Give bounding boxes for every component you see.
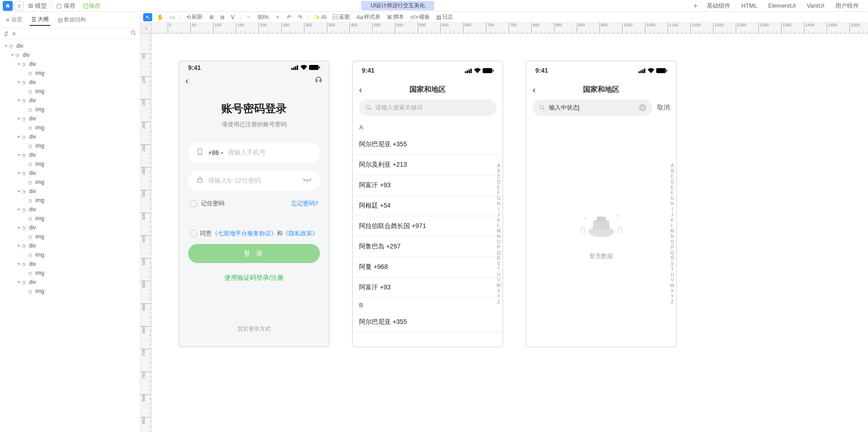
back-button[interactable]: ‹ [533,84,536,95]
alpha-U[interactable]: U [497,272,501,277]
alpha-B[interactable]: B [497,169,501,174]
tree-node-img[interactable]: ◷img [0,214,140,223]
alpha-I[interactable]: I [497,207,501,212]
target-button[interactable]: ◎ [15,1,24,10]
alpha-J[interactable]: J [497,212,501,217]
alpha-N[interactable]: N [497,234,501,239]
forgot-password-link[interactable]: 忘记密码? [291,199,318,208]
tab-elementui[interactable]: ElementUI [763,0,802,11]
undo-button[interactable]: ↶ [285,13,293,21]
alpha-S[interactable]: S [670,261,674,266]
country-item[interactable]: 阿根廷 +54 [353,196,503,216]
password-input[interactable]: 请输入6~12位密码 [188,170,320,191]
alpha-I[interactable]: I [670,207,674,212]
tree-tool-2[interactable]: ≡ [12,30,16,37]
country-item[interactable]: 阿拉伯联合酋长国 +971 [353,216,503,237]
search-input[interactable]: 请输入搜索关键词 [359,99,496,116]
alpha-Y[interactable]: Y [670,294,674,299]
alpha-Q[interactable]: Q [497,250,501,255]
tree-node-img[interactable]: ◷img [0,250,140,259]
search-tree-button[interactable] [130,30,136,37]
tree-node-div[interactable]: ▾◷div [0,78,140,87]
alpha-V[interactable]: V [670,278,674,283]
hand-tool[interactable]: ✋ [155,13,165,21]
alpha-U[interactable]: U [670,272,674,277]
script-button[interactable]: ⌘脚本 [385,12,406,22]
country-item[interactable]: 阿富汗 +93 [353,175,503,196]
search-input-active[interactable]: 输入中状态 ✕ [533,99,653,116]
alpha-O[interactable]: O [497,239,501,244]
phone-input[interactable]: +86 ▾ 请输入手机号 [188,142,320,163]
gear-tool[interactable]: ⚙ [207,13,216,21]
blueprint-button[interactable]: ⿳蓝图 [331,12,352,22]
cancel-button[interactable]: 取消 [657,104,670,112]
tree-node-img[interactable]: ◷img [0,141,140,150]
alpha-W[interactable]: W [670,283,674,288]
alpha-S[interactable]: S [497,261,501,266]
alpha-R[interactable]: R [670,256,674,261]
alpha-D[interactable]: D [670,179,674,184]
alpha-index[interactable]: ABCDEFGHIJKLMNOPQRSTUVWXYZ [497,163,501,304]
country-item[interactable]: 阿富汗 +93 [353,278,503,298]
tree-node-img[interactable]: ◷img [0,159,140,169]
alpha-C[interactable]: C [670,174,674,179]
page-title-input[interactable]: UI设计师进行交互美化 [361,1,434,10]
refresh-button[interactable]: ⟲刷新 [185,12,205,22]
tree-node-div[interactable]: ▾◷div [0,259,140,268]
alpha-W[interactable]: W [497,283,501,288]
tab-data-structure[interactable]: ▤数据结构 [56,14,88,26]
country-item[interactable]: 阿鲁巴岛 +297 [353,237,503,257]
pointer-tool[interactable]: ↖ [143,13,152,21]
tree-node-img[interactable]: ◷img [0,123,140,132]
tree-node-img[interactable]: ◷img [0,196,140,205]
tree-node-img[interactable]: ◷img [0,105,140,114]
alpha-V[interactable]: V [497,278,501,283]
template-button[interactable]: </>模板 [409,12,432,22]
alpha-C[interactable]: C [497,174,501,179]
alpha-A[interactable]: A [670,163,674,168]
clear-icon[interactable]: ✕ [639,104,646,111]
tab-user-components[interactable]: 用户组件 [830,0,864,12]
alpha-P[interactable]: P [670,245,674,250]
tree-node-div[interactable]: ▾◷div [0,132,140,141]
tree-node-img[interactable]: ◷img [0,268,140,278]
alpha-O[interactable]: O [670,239,674,244]
tree-node-img[interactable]: ◷img [0,87,140,96]
tree-node-div[interactable]: ▾◷div [0,41,140,50]
redo-button[interactable]: ↷ [296,13,304,21]
alpha-F[interactable]: F [670,190,674,195]
tree-node-div[interactable]: ▾◷div [0,96,140,105]
tree-node-img[interactable]: ◷img [0,69,140,78]
country-list[interactable]: A 阿尔巴尼亚 +355阿尔及利亚 +213阿富汗 +93阿根廷 +54阿拉伯联… [353,120,503,347]
copy-tool[interactable]: ⧉ [219,13,226,21]
alpha-N[interactable]: N [670,234,674,239]
login-button[interactable]: 登 录 [188,244,320,263]
alpha-Z[interactable]: Z [670,299,674,304]
alpha-K[interactable]: K [497,218,501,223]
alt-login-link[interactable]: 使用验证码登录/注册 [188,274,320,282]
tree-node-div[interactable]: ▾◷div [0,50,140,60]
remember-password-checkbox[interactable]: 记住密码 [190,199,224,208]
tree-node-div[interactable]: ▾◷div [0,241,140,250]
add-tab-button[interactable]: + [690,2,701,10]
model-button[interactable]: ⊞模型 [25,2,50,10]
zoom-level[interactable]: 90% [256,13,270,21]
tree-node-div[interactable]: ▾◷div [0,205,140,214]
tab-settings[interactable]: ✕设置 [4,14,24,26]
country-item[interactable]: 阿尔巴尼亚 +355 [353,134,503,155]
alpha-E[interactable]: E [497,185,501,190]
alpha-F[interactable]: F [497,190,501,195]
tree-node-div[interactable]: ▾◷div [0,150,140,159]
tree-node-div[interactable]: ▾◷div [0,187,140,196]
alpha-X[interactable]: X [497,288,501,293]
tree-tool-1[interactable]: ⇵ [4,30,9,37]
alpha-T[interactable]: T [670,267,674,272]
alpha-M[interactable]: M [670,228,674,233]
alpha-H[interactable]: H [497,201,501,206]
country-item[interactable]: 阿曼 +968 [353,257,503,278]
headset-icon[interactable] [314,75,323,86]
zoom-in[interactable]: ＋ [273,12,282,22]
alpha-T[interactable]: T [497,267,501,272]
alpha-Q[interactable]: Q [670,250,674,255]
tree-node-div[interactable]: ▾◷div [0,223,140,232]
